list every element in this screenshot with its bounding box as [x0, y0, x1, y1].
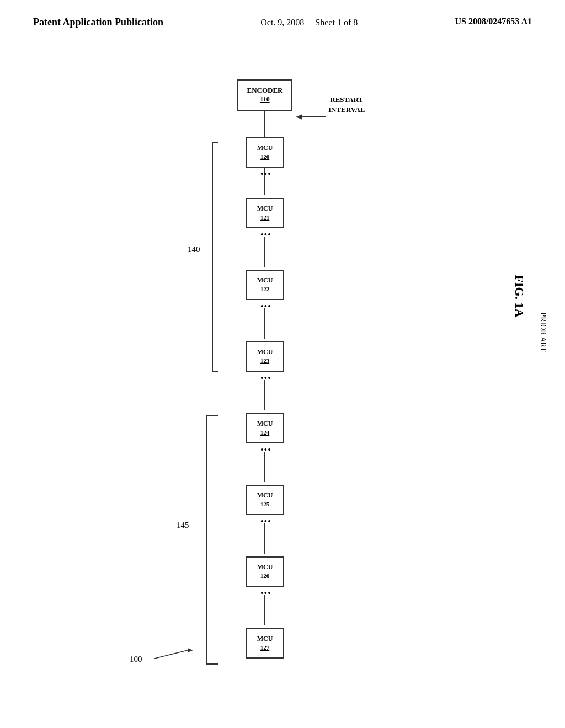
dots-4: •••	[260, 373, 271, 383]
mcu-122-label: MCU	[257, 276, 273, 285]
encoder-number: 110	[260, 95, 269, 104]
mcu-125-number: 125	[260, 500, 270, 508]
page-header: Patent Application Publication Oct. 9, 2…	[0, 0, 565, 30]
mcu-box-123: MCU 123	[246, 341, 284, 372]
svg-marker-12	[188, 648, 193, 652]
mcu-box-126: MCU 126	[246, 556, 284, 587]
dots-1: •••	[260, 169, 271, 179]
patent-number: US 2008/0247653 A1	[455, 15, 532, 28]
mcu-box-124: MCU 124	[246, 413, 284, 443]
mcu-127-label: MCU	[257, 635, 273, 644]
dots-3: •••	[260, 302, 271, 312]
publication-title: Patent Application Publication	[33, 15, 163, 29]
restart-interval-label: RESTART INTERVAL	[328, 95, 365, 115]
mcu-120-label: MCU	[257, 144, 273, 153]
publication-date: Oct. 9, 2008	[260, 18, 304, 27]
mcu-124-number: 124	[260, 429, 270, 436]
mcu-120-number: 120	[260, 153, 270, 160]
mcu-125-label: MCU	[257, 491, 273, 500]
mcu-box-120: MCU 120	[246, 137, 284, 168]
mcu-box-125: MCU 125	[246, 485, 284, 515]
svg-marker-10	[296, 114, 302, 120]
mcu-127-number: 127	[260, 644, 270, 651]
sheet-info: Sheet 1 of 8	[315, 18, 358, 27]
mcu-124-label: MCU	[257, 420, 273, 429]
mcu-box-121: MCU 121	[246, 198, 284, 228]
dots-2: •••	[260, 230, 271, 240]
label-100: 100	[130, 655, 142, 664]
diagram-area: ENCODER 110 RESTART INTERVAL MCU 120 •••…	[0, 35, 565, 697]
encoder-label: ENCODER	[247, 86, 282, 95]
mcu-121-label: MCU	[257, 205, 273, 213]
mcu-123-number: 123	[260, 357, 270, 365]
mcu-126-number: 126	[260, 572, 270, 580]
encoder-box: ENCODER 110	[237, 79, 292, 111]
dots-5: •••	[260, 445, 271, 455]
dots-6: •••	[260, 517, 271, 527]
fig-label: FIG. 1A	[512, 275, 526, 317]
mcu-123-label: MCU	[257, 348, 273, 357]
bracket-145-label: 145	[177, 521, 189, 530]
dots-7: •••	[260, 588, 271, 598]
header-center: Oct. 9, 2008 Sheet 1 of 8	[260, 15, 358, 30]
svg-line-11	[154, 650, 188, 659]
mcu-122-number: 122	[260, 285, 270, 293]
fig-sublabel: PRIOR ART	[538, 312, 547, 351]
mcu-121-number: 121	[260, 213, 270, 221]
mcu-box-122: MCU 122	[246, 270, 284, 300]
bracket-140-label: 140	[188, 245, 200, 254]
mcu-box-127: MCU 127	[246, 628, 284, 659]
mcu-126-label: MCU	[257, 563, 273, 572]
